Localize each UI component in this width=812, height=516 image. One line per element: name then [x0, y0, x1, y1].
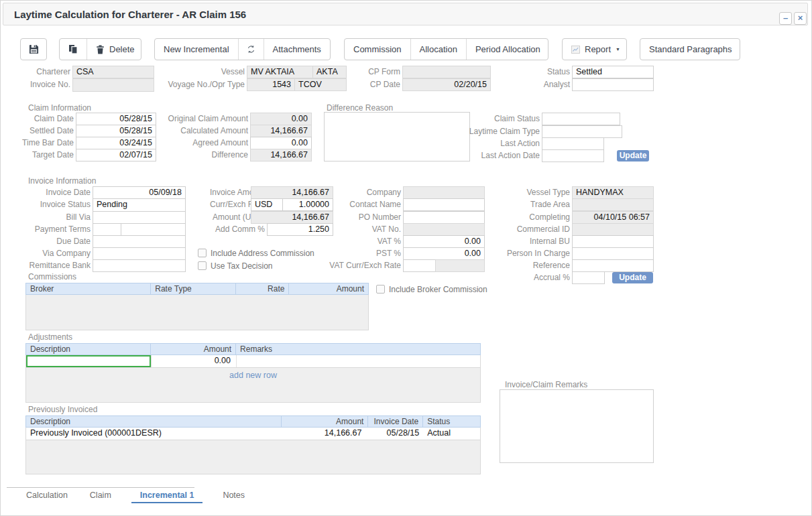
trade-area-label: Trade Area	[469, 198, 570, 211]
tab-notes[interactable]: Notes	[221, 491, 247, 503]
adjustments-remarks-cell[interactable]	[237, 355, 480, 367]
cp-date-field: 02/20/15	[402, 78, 491, 91]
trash-icon	[96, 45, 105, 54]
adjustments-col-amount: Amount	[151, 344, 236, 354]
last-action-date-field[interactable]	[542, 149, 604, 162]
new-incremental-button[interactable]: New Incremental	[155, 39, 239, 60]
agreed-amount-label: Agreed Amount	[154, 137, 248, 149]
minimize-button[interactable]: –	[779, 12, 792, 25]
due-date-field[interactable]	[93, 235, 186, 248]
target-date-label: Target Date	[0, 149, 74, 162]
claim-status-label: Claim Status	[429, 113, 540, 125]
claim-date-field[interactable]: 05/28/15	[76, 113, 156, 125]
settled-date-label: Settled Date	[0, 125, 74, 137]
standard-paragraphs-button[interactable]: Standard Paragraphs	[640, 39, 741, 60]
claim-status-field[interactable]	[542, 113, 620, 125]
allocation-button[interactable]: Allocation	[411, 39, 467, 60]
original-claim-amount-label: Original Claim Amount	[154, 113, 248, 125]
previously-invoiced-table-header: Description Amount Invoice Date Status	[25, 415, 481, 428]
delete-button[interactable]: Delete	[87, 39, 143, 60]
time-bar-date-field[interactable]: 03/24/15	[76, 137, 156, 149]
bill-via-field[interactable]	[93, 211, 186, 224]
via-company-label: Via Company	[0, 247, 91, 260]
contact-name-label: Contact Name	[308, 198, 401, 211]
tab-incremental-1[interactable]: Incremental 1	[131, 491, 203, 503]
vessel-type-label: Vessel Type	[469, 186, 570, 199]
include-broker-commission-label: Include Broker Commission	[389, 283, 487, 296]
save-icon	[29, 44, 39, 54]
due-date-label: Due Date	[0, 235, 91, 248]
prev-col-description: Description	[26, 416, 282, 427]
prev-col-amount: Amount	[282, 416, 369, 427]
laytime-claim-type-field[interactable]	[542, 125, 622, 138]
tab-calculation[interactable]: Calculation	[24, 491, 70, 503]
report-button[interactable]: Report ▼	[563, 39, 629, 60]
reference-label: Reference	[469, 259, 570, 272]
previously-invoiced-title: Previously Invoiced	[28, 405, 97, 414]
period-allocation-button[interactable]: Period Allocation	[467, 39, 549, 60]
completing-field: 04/10/15 06:57	[572, 211, 654, 224]
status-field[interactable]: Settled	[572, 66, 654, 78]
previously-invoiced-table-body	[25, 440, 481, 474]
tab-bar: Calculation Claim Incremental 1 Notes	[24, 491, 247, 503]
invoice-claim-remarks-textarea[interactable]	[500, 389, 654, 463]
target-date-field[interactable]: 02/07/15	[76, 149, 156, 162]
accrual-field[interactable]	[572, 271, 605, 284]
title-bar: Laytime Calculation for Charterer - AR C…	[3, 3, 808, 25]
previously-invoiced-row[interactable]: Previously Invoiced (000001DESR) 14,166.…	[25, 428, 481, 440]
settled-date-field[interactable]: 05/28/15	[76, 125, 156, 137]
attachments-button[interactable]: Attachments	[264, 39, 330, 60]
currency-field[interactable]: USD	[251, 198, 283, 211]
accrual-update-button[interactable]: Update	[612, 272, 653, 283]
invoice-date-field[interactable]: 05/09/18	[93, 186, 186, 199]
commissions-table-header: Broker Rate Type Rate Amount	[25, 283, 369, 295]
calculated-amount-field: 14,166.67	[250, 125, 312, 137]
laytime-claim-type-label: Laytime Claim Type	[429, 125, 540, 138]
add-new-row-link[interactable]: add new row	[26, 368, 480, 380]
prev-invoice-date-cell: 05/28/15	[368, 428, 423, 440]
copy-button[interactable]	[60, 39, 87, 60]
use-tax-decision-checkbox[interactable]	[198, 261, 207, 270]
report-button-label: Report	[585, 44, 611, 54]
adjustments-table-body: add new row	[25, 368, 481, 403]
include-broker-commission-checkbox[interactable]	[376, 285, 385, 294]
status-label: Status	[510, 66, 570, 78]
invoice-no-label: Invoice No.	[13, 78, 70, 91]
commissions-table-body[interactable]	[25, 295, 369, 330]
bill-via-label: Bill Via	[0, 211, 91, 224]
agreed-amount-field[interactable]: 0.00	[250, 137, 312, 149]
vat-curr-exch-label: VAT Curr/Exch Rate	[308, 259, 401, 272]
adjustments-description-cell[interactable]	[26, 355, 152, 367]
remittance-bank-field[interactable]	[93, 259, 186, 272]
vessel-type-field: HANDYMAX	[572, 186, 654, 199]
difference-label: Difference	[154, 149, 248, 162]
standard-paragraphs-group: Standard Paragraphs	[640, 38, 740, 60]
use-tax-decision-label: Use Tax Decision	[211, 260, 272, 272]
adjustments-col-remarks: Remarks	[236, 344, 480, 354]
adjustments-amount-cell[interactable]: 0.00	[152, 355, 237, 367]
commission-button[interactable]: Commission	[345, 39, 411, 60]
person-in-charge-field[interactable]	[572, 247, 654, 260]
commissions-col-rate: Rate	[236, 283, 290, 294]
via-company-field[interactable]	[93, 247, 186, 260]
invoice-status-field[interactable]: Pending	[93, 198, 186, 212]
refresh-button[interactable]	[239, 39, 264, 60]
analyst-field[interactable]	[572, 78, 654, 91]
include-address-commission-checkbox[interactable]	[198, 249, 207, 257]
claim-update-button[interactable]: Update	[617, 150, 649, 162]
internal-bu-field[interactable]	[572, 235, 654, 248]
po-number-label: PO Number	[308, 211, 401, 224]
reference-field[interactable]	[572, 259, 654, 272]
time-bar-date-label: Time Bar Date	[0, 137, 74, 149]
last-action-field[interactable]	[542, 137, 604, 150]
include-address-commission-label: Include Address Commission	[211, 247, 314, 259]
invoice-date-label: Invoice Date	[0, 186, 91, 199]
voyage-label: Voyage No./Opr Type	[154, 78, 245, 91]
save-button[interactable]	[21, 39, 47, 60]
commercial-id-field	[572, 223, 654, 236]
vat-curr-field[interactable]	[403, 259, 436, 272]
payment-terms-code-field[interactable]	[93, 223, 121, 236]
close-button[interactable]: ×	[794, 12, 807, 25]
tab-claim[interactable]: Claim	[88, 491, 113, 503]
internal-bu-label: Internal BU	[469, 235, 570, 248]
